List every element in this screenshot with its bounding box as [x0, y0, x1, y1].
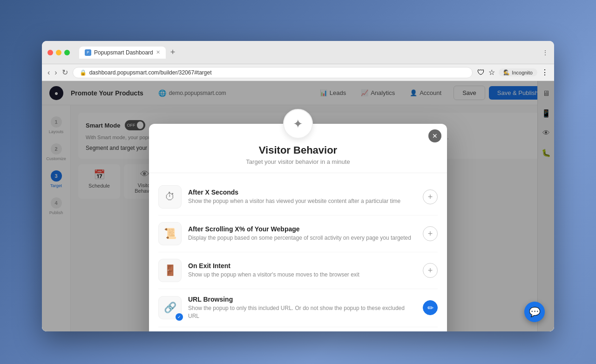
behavior-desc-after-x-seconds: Show the popup when a visitor has viewed… [188, 197, 416, 205]
modal-title: Visitor Behavior [149, 144, 447, 156]
incognito-label: Incognito [512, 70, 533, 75]
close-traffic-light[interactable] [47, 50, 53, 55]
maximize-traffic-light[interactable] [64, 50, 70, 55]
address-bar[interactable]: 🔒 dashboard.popupsmart.com/builder/32067… [73, 67, 473, 78]
browser-window: P Popupsmart Dashboard ✕ + ⋮ ‹ › ↻ 🔒 das… [42, 41, 554, 331]
tab-bar: P Popupsmart Dashboard ✕ + [79, 47, 538, 59]
behavior-item-url-browsing[interactable]: 🔗 ✓ URL Browsing Show the popup to only … [158, 289, 438, 327]
incognito-icon: 🕵 [503, 69, 510, 75]
behavior-item-after-scrolling[interactable]: 📜 After Scrolling X% of Your Webpage Dis… [158, 216, 438, 252]
forward-button[interactable]: › [54, 68, 57, 77]
modal: ✕ Visitor Behavior Target your visitor b… [149, 124, 447, 331]
browser-controls: ⋮ [542, 49, 549, 56]
modal-icon-circle: ✦ [283, 109, 313, 139]
behavior-desc-exit-intent: Show up the popup when a visitor's mouse… [188, 271, 416, 279]
active-tab[interactable]: P Popupsmart Dashboard ✕ [79, 47, 166, 59]
behavior-name-after-x-seconds: After X Seconds [188, 189, 416, 196]
star-icon[interactable]: ☆ [488, 68, 495, 77]
behavior-desc-url-browsing: Show the popup to only this included URL… [188, 304, 416, 320]
behavior-icon-exit-intent: 🚪 [158, 259, 182, 282]
behavior-icon-after-scrolling: 📜 [158, 222, 182, 245]
refresh-button[interactable]: ↻ [62, 68, 68, 77]
tab-title: Popupsmart Dashboard [94, 49, 153, 56]
behavior-name-url-browsing: URL Browsing [188, 296, 416, 303]
modal-body: ⏱ After X Seconds Show the popup when a … [149, 173, 447, 331]
new-tab-button[interactable]: + [168, 47, 178, 58]
modal-wrapper: ✦ ✕ Visitor Behavior Target your visitor… [149, 124, 447, 331]
tab-close-button[interactable]: ✕ [156, 49, 160, 55]
add-after-x-seconds-button[interactable]: + [423, 189, 438, 204]
behavior-text-after-x-seconds: After X Seconds Show the popup when a vi… [188, 189, 416, 205]
minimize-traffic-light[interactable] [56, 50, 61, 55]
chat-bubble[interactable]: 💬 [524, 302, 545, 322]
address-bar-right: 🛡 ☆ 🕵 Incognito ⋮ [477, 68, 549, 77]
traffic-lights [47, 50, 70, 55]
shield-icon: 🛡 [477, 68, 485, 77]
behavior-name-after-scrolling: After Scrolling X% of Your Webpage [188, 225, 416, 233]
app-content: ● Promote Your Products 🌐 demo.popupsmar… [42, 81, 554, 331]
chrome-menu-icon[interactable]: ⋮ [541, 68, 549, 77]
close-icon: ✕ [432, 132, 438, 140]
behavior-desc-after-scrolling: Display the popup based on some percenta… [188, 234, 416, 242]
exit-icon: 🚪 [164, 264, 176, 276]
timer-icon: ⏱ [165, 191, 175, 203]
behavior-item-after-x-seconds[interactable]: ⏱ After X Seconds Show the popup when a … [158, 179, 438, 216]
behavior-item-in-activity[interactable]: 💤 In-Activity Mode Trigger the popup if … [158, 327, 438, 331]
modal-close-button[interactable]: ✕ [428, 129, 441, 142]
behavior-name-exit-intent: On Exit Intent [188, 262, 416, 270]
tab-favicon: P [85, 49, 91, 56]
behavior-icon-url-browsing: 🔗 ✓ [158, 296, 182, 319]
behavior-text-after-scrolling: After Scrolling X% of Your Webpage Displ… [188, 225, 416, 242]
add-exit-intent-button[interactable]: + [423, 263, 438, 278]
add-after-scrolling-button[interactable]: + [423, 226, 438, 241]
incognito-badge: 🕵 Incognito [499, 68, 537, 76]
modal-subtitle: Target your visitor behavior in a minute [149, 158, 447, 165]
modal-star-icon: ✦ [293, 117, 303, 131]
scroll-icon: 📜 [164, 228, 176, 240]
behavior-icon-after-x-seconds: ⏱ [158, 185, 182, 209]
behavior-text-url-browsing: URL Browsing Show the popup to only this… [188, 296, 416, 320]
browser-menu-icon[interactable]: ⋮ [542, 49, 549, 56]
behavior-item-exit-intent[interactable]: 🚪 On Exit Intent Show up the popup when … [158, 252, 438, 289]
modal-overlay[interactable]: ✦ ✕ Visitor Behavior Target your visitor… [42, 81, 554, 331]
lock-icon: 🔒 [80, 69, 87, 76]
address-text: dashboard.popupsmart.com/builder/32067#t… [89, 69, 212, 76]
chat-icon: 💬 [529, 306, 541, 317]
back-button[interactable]: ‹ [47, 68, 50, 77]
url-browsing-check: ✓ [176, 313, 183, 321]
edit-url-browsing-button[interactable]: ✏ [423, 300, 438, 315]
link-icon: 🔗 [164, 302, 176, 314]
address-bar-row: ‹ › ↻ 🔒 dashboard.popupsmart.com/builder… [42, 64, 554, 81]
behavior-text-exit-intent: On Exit Intent Show up the popup when a … [188, 262, 416, 279]
browser-chrome: P Popupsmart Dashboard ✕ + ⋮ [42, 41, 554, 64]
